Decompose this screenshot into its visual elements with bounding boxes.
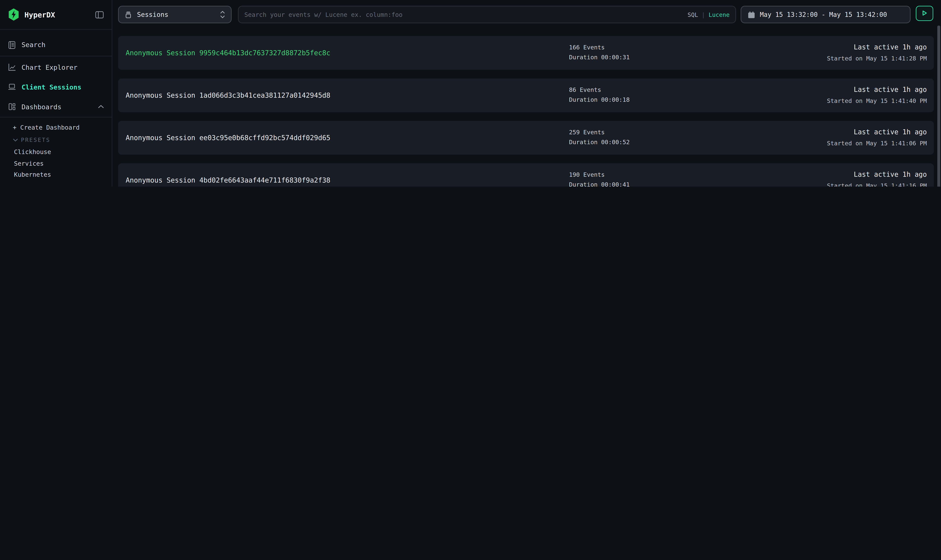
session-events: 166 Events — [569, 43, 630, 53]
session-last-active: Last active 1h ago — [854, 170, 927, 180]
sidebar-item-dashboards[interactable]: Dashboards — [0, 97, 112, 117]
sidebar-preset-clickhouse[interactable]: Clickhouse — [14, 148, 51, 155]
session-last-active: Last active 1h ago — [854, 85, 927, 95]
dashboard-layout-icon — [8, 102, 16, 111]
create-dashboard-button[interactable]: + Create Dashboard — [13, 124, 80, 131]
chart-icon — [8, 63, 16, 71]
session-events: 190 Events — [569, 171, 630, 180]
session-started: Started on May 15 1:41:40 PM — [827, 96, 927, 106]
session-name: Anonymous Session 4bd02fe6643aaf44e711f6… — [126, 176, 330, 184]
sidebar-item-chart-explorer[interactable]: Chart Explorer — [0, 57, 112, 77]
sidebar-preset-kubernetes[interactable]: Kubernetes — [14, 171, 51, 178]
session-duration: Duration 00:00:41 — [569, 180, 630, 187]
session-duration: Duration 00:00:52 — [569, 138, 630, 148]
session-started: Started on May 15 1:41:16 PM — [827, 181, 927, 186]
sidebar-item-label: Dashboards — [22, 103, 62, 111]
session-row[interactable]: Anonymous Session 9959c464b13dc7637327d8… — [118, 36, 934, 70]
session-name-cell: Anonymous Session 1ad066d3c3b41cea381127… — [126, 78, 330, 112]
session-stats: 190 EventsDuration 00:00:41 — [569, 163, 630, 186]
session-last-active: Last active 1h ago — [854, 127, 927, 137]
sidebar: HyperDX Search Chart — [0, 0, 112, 186]
vertical-scrollbar[interactable] — [938, 26, 940, 186]
session-meta: Last active 1h agoStarted on May 15 1:41… — [827, 36, 927, 70]
presets-section-toggle[interactable]: PRESETS — [13, 137, 51, 143]
session-name: Anonymous Session 9959c464b13dc7637327d8… — [126, 49, 330, 57]
session-stats: 166 EventsDuration 00:00:31 — [569, 36, 630, 70]
session-duration: Duration 00:00:31 — [569, 53, 630, 63]
session-stats: 259 EventsDuration 00:00:52 — [569, 121, 630, 155]
session-row[interactable]: Anonymous Session ee03c95e0b68cffd92bc57… — [118, 121, 934, 155]
session-name: Anonymous Session 1ad066d3c3b41cea381127… — [126, 91, 330, 99]
sidebar-item-label: Client Sessions — [22, 83, 82, 91]
sidebar-item-label: Search — [22, 41, 45, 49]
session-started: Started on May 15 1:41:28 PM — [827, 54, 927, 63]
session-name-cell: Anonymous Session 4bd02fe6643aaf44e711f6… — [126, 163, 330, 186]
collapse-sidebar-icon[interactable] — [95, 10, 104, 19]
session-name-cell: Anonymous Session ee03c95e0b68cffd92bc57… — [126, 121, 330, 155]
sidebar-divider — [0, 117, 112, 117]
brand-name: HyperDX — [25, 10, 55, 19]
sidebar-divider — [0, 56, 112, 56]
session-meta: Last active 1h agoStarted on May 15 1:41… — [827, 163, 927, 186]
session-row[interactable]: Anonymous Session 1ad066d3c3b41cea381127… — [118, 78, 934, 112]
session-name-cell: Anonymous Session 9959c464b13dc7637327d8… — [126, 36, 330, 70]
session-meta: Last active 1h agoStarted on May 15 1:41… — [827, 121, 927, 155]
session-duration: Duration 00:00:18 — [569, 95, 630, 105]
hyperdx-logo-icon — [8, 8, 20, 21]
laptop-icon — [8, 83, 16, 91]
session-meta: Last active 1h agoStarted on May 15 1:41… — [827, 78, 927, 112]
chevron-down-icon — [13, 138, 18, 142]
session-row[interactable]: Anonymous Session 4bd02fe6643aaf44e711f6… — [118, 163, 934, 186]
session-started: Started on May 15 1:41:06 PM — [827, 138, 927, 148]
session-events: 86 Events — [569, 86, 630, 95]
sidebar-item-search[interactable]: Search — [0, 35, 112, 55]
logo-row: HyperDX — [0, 0, 112, 30]
journal-icon — [8, 40, 16, 49]
session-stats: 86 EventsDuration 00:00:18 — [569, 78, 630, 112]
session-name: Anonymous Session ee03c95e0b68cffd92bc57… — [126, 134, 330, 142]
sidebar-item-client-sessions[interactable]: Client Sessions — [0, 77, 112, 97]
app-window: HyperDX Search Chart — [0, 0, 941, 186]
sidebar-item-label: Chart Explorer — [22, 63, 77, 71]
session-list: Anonymous Session 9959c464b13dc7637327d8… — [118, 0, 934, 186]
session-events: 259 Events — [569, 128, 630, 138]
sidebar-preset-services[interactable]: Services — [14, 160, 44, 167]
session-last-active: Last active 1h ago — [854, 42, 927, 52]
chevron-up-icon[interactable] — [98, 105, 104, 109]
